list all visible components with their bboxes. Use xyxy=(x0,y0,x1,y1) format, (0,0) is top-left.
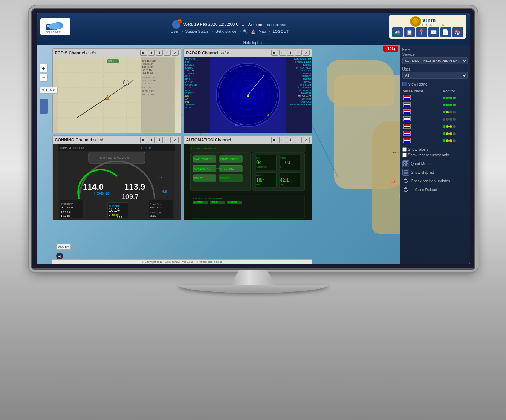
automation-download-btn[interactable]: ⬇ xyxy=(287,137,294,143)
monitor-neck xyxy=(231,270,276,285)
svg-text:42.1: 42.1 xyxy=(280,178,289,183)
svg-text:21/02 08:22: 21/02 08:22 xyxy=(150,207,162,209)
automation-expand-btn[interactable]: ⤢ xyxy=(303,137,310,143)
dot xyxy=(446,139,449,142)
conning-display: CONNING DISPLAY GPS OK SHIP OUTLINE VIEW xyxy=(53,144,181,220)
check-position-row[interactable]: Check position updates xyxy=(402,178,468,184)
ecdis-chart: SPD: 18.9 KNOT HDG: 113.9° COG: 113.5° L… xyxy=(53,57,181,133)
table-row xyxy=(402,130,468,137)
conning-download-btn[interactable]: ⬇ xyxy=(156,137,163,143)
user-select[interactable]: All xyxy=(402,72,468,79)
show-ship-list-row[interactable]: Show ship list xyxy=(402,169,468,176)
view-route-checkbox[interactable]: ✓ xyxy=(402,82,407,86)
dot xyxy=(453,139,456,142)
quad-mode-row[interactable]: Quad Mode xyxy=(402,160,468,167)
radar-pause-btn[interactable]: ⏸ xyxy=(279,50,286,56)
svg-text:MW: MW xyxy=(256,184,260,186)
svg-text:ALARM OK: ALARM OK xyxy=(193,201,203,203)
map-scroll-indicator xyxy=(40,99,48,114)
quad-mode-icon xyxy=(402,160,409,167)
vessel-marker-2: ⛵ xyxy=(391,179,396,184)
sirm-btn-clipboard[interactable]: 📋 xyxy=(404,27,415,37)
svg-text:MAIN ENGINE: MAIN ENGINE xyxy=(194,158,212,161)
sirm-btn-ship[interactable]: 🚢 xyxy=(392,27,403,37)
hide-topbar-link[interactable]: Hide topbar xyxy=(37,40,470,45)
show-recent-survey-checkbox[interactable] xyxy=(402,153,407,157)
nav-map[interactable]: Map xyxy=(258,29,266,34)
ship-icon: ⛵ xyxy=(251,29,255,34)
username-link[interactable]: centermsc xyxy=(267,22,286,27)
service-select[interactable]: 01 - MSC - MEDITERRANEAN SHIPPING C xyxy=(402,57,468,64)
svg-rect-1 xyxy=(47,25,49,27)
zoom-in-button[interactable]: + xyxy=(40,64,48,72)
vessel-flag-2 xyxy=(403,102,411,107)
sirm-btn-location[interactable]: 📍 xyxy=(416,27,427,37)
show-recent-survey-row: Show recent survey only xyxy=(402,153,468,157)
monitor-dots-2 xyxy=(443,104,467,106)
conning-minus-btn[interactable]: − xyxy=(164,137,171,143)
table-row xyxy=(402,101,468,109)
dot xyxy=(446,111,449,113)
radar-content: TRK JOY SP N UP HDG 200.9 HEADING TRACKP… xyxy=(184,57,312,133)
radar-expand-btn[interactable]: ⤢ xyxy=(303,50,310,56)
svg-text:114.0: 114.0 xyxy=(83,182,104,192)
svg-text:GPS 1: GPS 1 xyxy=(108,60,114,62)
svg-text:PITCH: PITCH xyxy=(280,157,286,159)
automation-channel-title: AUTOMATION Channel ... xyxy=(186,138,236,142)
ecdis-channel-title: ECDIS Channel ecdis xyxy=(55,51,96,55)
nav-logout[interactable]: LOGOUT xyxy=(272,29,289,34)
svg-text:t/day: t/day xyxy=(280,184,284,186)
sirm-btn-doc[interactable]: 📄 xyxy=(440,27,451,37)
ecdis-pause-btn[interactable]: ⏸ xyxy=(148,50,155,56)
nav-station-status[interactable]: Station Status xyxy=(185,29,209,34)
user-notification-icon[interactable]: 👤 12 xyxy=(172,20,180,29)
monitor-dots-5 xyxy=(443,125,467,128)
ecdis-expand-btn[interactable]: ⤢ xyxy=(172,50,179,56)
ecdis-channel-header: ECDIS Channel ecdis ▶ ⏸ ⬇ − ⤢ xyxy=(53,49,181,57)
show-labels-label: Show labels xyxy=(408,147,428,152)
show-labels-row: Show labels xyxy=(402,147,468,152)
search-icon[interactable]: 🔍 xyxy=(243,29,248,34)
conning-expand-btn[interactable]: ⤢ xyxy=(172,137,179,143)
nav-get-distance[interactable]: Get distance xyxy=(215,29,236,34)
vessel-flag-3 xyxy=(403,109,411,114)
conning-pause-btn[interactable]: ⏸ xyxy=(148,137,155,143)
sirm-btn-layers[interactable]: 📚 xyxy=(452,27,463,37)
dot xyxy=(449,125,452,128)
radar-play-btn[interactable]: ▶ xyxy=(271,50,278,56)
table-row xyxy=(402,116,468,123)
view-route-row: ✓ View Route xyxy=(402,82,468,86)
svg-rect-116 xyxy=(404,161,405,163)
topbar-right: sirm i t a l i a 🚢 📋 📍 ✉️ 📄 📚 xyxy=(389,15,466,39)
radar-minus-btn[interactable]: − xyxy=(295,50,302,56)
nav-user[interactable]: User xyxy=(171,29,179,34)
svg-text:▲: ▲ xyxy=(61,206,64,209)
zoom-out-button[interactable]: − xyxy=(40,74,48,82)
automation-play-btn[interactable]: ▶ xyxy=(271,137,278,143)
automation-pause-btn[interactable]: ⏸ xyxy=(279,137,286,143)
reload-label: +10 sec Reload xyxy=(411,188,437,192)
svg-text:Arrival Time: Arrival Time xyxy=(150,203,162,205)
dot xyxy=(446,118,449,121)
ecdis-minus-btn[interactable]: − xyxy=(164,50,171,56)
svg-text:1.28 kt: 1.28 kt xyxy=(64,206,73,209)
dot xyxy=(446,132,449,135)
monitor-dots-1 xyxy=(443,97,467,99)
svg-point-41 xyxy=(267,114,269,116)
dot xyxy=(446,104,449,106)
ecdis-download-btn[interactable]: ⬇ xyxy=(156,50,163,56)
show-recent-survey-label: Show recent survey only xyxy=(408,153,449,157)
map-nav-button[interactable]: ◄ xyxy=(56,253,63,259)
automation-minus-btn[interactable]: − xyxy=(295,137,302,143)
show-labels-checkbox[interactable] xyxy=(402,147,407,152)
conning-play-btn[interactable]: ▶ xyxy=(140,137,147,143)
svg-text:POWER: POWER xyxy=(256,175,263,177)
sirm-btn-mail[interactable]: ✉️ xyxy=(428,27,439,37)
reload-row[interactable]: +10 sec Reload xyxy=(402,186,468,193)
ecdis-play-btn[interactable]: ▶ xyxy=(140,50,147,56)
svg-text:84: 84 xyxy=(256,159,262,165)
conning-channel-header: CONNING Channel conni... ▶ ⏸ ⬇ − ⤢ xyxy=(53,136,181,144)
cmap-label: CMAP xyxy=(40,87,58,94)
radar-download-btn[interactable]: ⬇ xyxy=(287,50,294,56)
topbar-logo-area: FOLLOWER xyxy=(40,18,70,35)
